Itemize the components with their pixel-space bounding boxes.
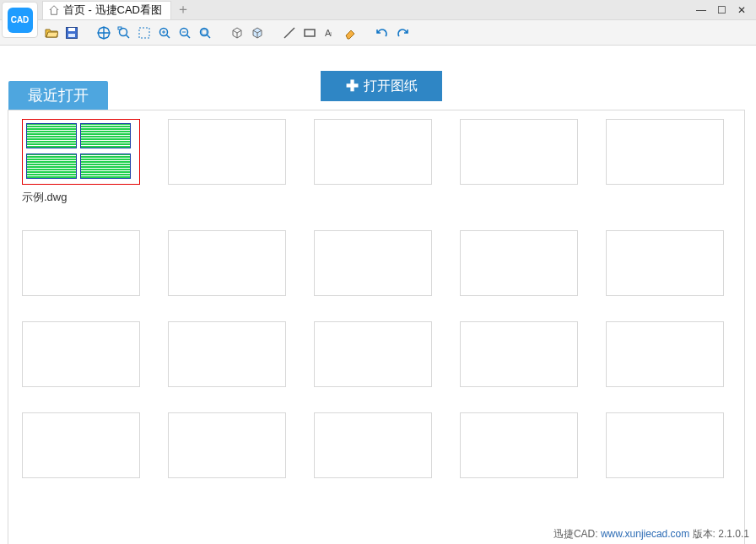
file-slot[interactable]: 示例.dwg xyxy=(22,119,140,205)
zoom-fit-button[interactable] xyxy=(197,25,213,40)
text-tool-button[interactable]: AI xyxy=(322,25,338,40)
file-slot-empty xyxy=(22,321,140,387)
footer: 迅捷CAD: www.xunjiecad.com 版本: 2.1.0.1 xyxy=(554,527,749,541)
thumbnail-empty xyxy=(22,412,140,478)
thumbnail-empty xyxy=(168,412,286,478)
app-logo[interactable]: CAD xyxy=(2,2,38,38)
file-slot-empty xyxy=(460,321,578,387)
home-icon xyxy=(48,4,60,16)
tab-area: 首页 - 迅捷CAD看图 ＋ xyxy=(42,0,188,19)
footer-version: 2.1.0.1 xyxy=(718,528,749,540)
file-slot-empty xyxy=(606,321,724,387)
zoom-window-button[interactable] xyxy=(116,25,132,40)
thumbnail-empty xyxy=(168,230,286,296)
file-slot-empty xyxy=(314,230,432,296)
thumbnail-empty xyxy=(314,321,432,387)
footer-brand: 迅捷CAD: xyxy=(554,528,601,540)
file-slot-empty xyxy=(606,119,724,205)
iso-view-button[interactable] xyxy=(250,25,265,40)
file-slot-empty xyxy=(22,412,140,478)
file-slot-empty xyxy=(606,230,724,296)
thumbnail-empty xyxy=(168,321,286,387)
save-button[interactable] xyxy=(64,25,79,40)
thumbnail-empty xyxy=(606,119,724,185)
separator xyxy=(363,25,370,40)
file-name: 示例.dwg xyxy=(22,190,140,205)
file-slot-empty xyxy=(22,230,140,296)
separator xyxy=(270,25,277,40)
plus-icon: ✚ xyxy=(346,77,359,95)
undo-button[interactable] xyxy=(375,25,390,40)
file-slot-empty xyxy=(460,412,578,478)
open-file-button[interactable] xyxy=(44,25,59,40)
recent-grid: 示例.dwg xyxy=(22,119,731,478)
footer-version-label: 版本: xyxy=(689,528,718,540)
plus-icon: ＋ xyxy=(176,1,190,19)
thumbnail-example xyxy=(22,119,140,185)
maximize-button[interactable]: ☐ xyxy=(716,4,727,16)
recent-panel: 示例.dwg xyxy=(8,110,745,544)
svg-rect-17 xyxy=(305,30,315,36)
file-slot-empty xyxy=(168,230,286,296)
thumbnail-empty xyxy=(460,230,578,296)
line-tool-button[interactable] xyxy=(282,25,297,40)
thumbnail-empty xyxy=(314,412,432,478)
separator xyxy=(218,25,224,40)
svg-text:I: I xyxy=(330,30,332,38)
thumbnail-empty xyxy=(606,230,724,296)
recent-tab[interactable]: 最近打开 xyxy=(8,81,108,110)
pan-button[interactable] xyxy=(96,25,111,40)
redo-button[interactable] xyxy=(395,25,410,40)
file-slot-empty xyxy=(168,321,286,387)
thumbnail-empty xyxy=(22,321,140,387)
thumbnail-empty xyxy=(22,230,140,296)
recent-tab-label: 最近打开 xyxy=(28,85,89,105)
file-slot-empty xyxy=(606,412,724,478)
thumbnail-empty xyxy=(606,412,724,478)
svg-rect-2 xyxy=(68,34,75,37)
open-drawing-button[interactable]: ✚ 打开图纸 xyxy=(321,71,442,101)
svg-line-8 xyxy=(167,35,170,38)
title-bar: CAD 首页 - 迅捷CAD看图 ＋ — ☐ ✕ xyxy=(0,0,756,20)
file-slot-empty xyxy=(168,119,286,205)
zoom-in-button[interactable] xyxy=(157,25,172,40)
file-slot-empty xyxy=(314,321,432,387)
minimize-button[interactable]: — xyxy=(695,4,707,16)
thumbnail-empty xyxy=(314,230,432,296)
main-area: ✚ 打开图纸 最近打开 示例.dwg xyxy=(0,46,756,71)
footer-link[interactable]: www.xunjiecad.com xyxy=(601,528,689,540)
thumbnail-empty xyxy=(460,119,578,185)
svg-rect-1 xyxy=(68,28,75,31)
cad-logo-icon: CAD xyxy=(8,8,33,33)
close-button[interactable]: ✕ xyxy=(736,4,748,16)
open-drawing-label: 打开图纸 xyxy=(364,78,418,95)
file-slot-empty xyxy=(460,119,578,205)
thumbnail-empty xyxy=(314,119,432,185)
tab-home[interactable]: 首页 - 迅捷CAD看图 xyxy=(42,1,171,19)
new-tab-button[interactable]: ＋ xyxy=(171,1,188,19)
file-slot-empty xyxy=(314,412,432,478)
file-slot-empty xyxy=(168,412,286,478)
toolbar: AI xyxy=(0,20,756,46)
selection-button[interactable] xyxy=(137,25,152,40)
svg-line-4 xyxy=(127,35,130,38)
svg-line-12 xyxy=(187,35,191,38)
window-controls: — ☐ ✕ xyxy=(695,4,756,16)
zoom-out-button[interactable] xyxy=(177,25,192,40)
tab-title: 首页 - 迅捷CAD看图 xyxy=(63,3,162,18)
rectangle-tool-button[interactable] xyxy=(302,25,317,40)
thumbnail-empty xyxy=(460,321,578,387)
svg-line-16 xyxy=(284,28,294,38)
separator xyxy=(84,25,91,40)
svg-rect-6 xyxy=(139,28,149,38)
thumbnail-empty xyxy=(168,119,286,185)
thumbnail-empty xyxy=(606,321,724,387)
file-slot-empty xyxy=(460,230,578,296)
eraser-button[interactable] xyxy=(343,25,358,40)
file-slot-empty xyxy=(314,119,432,205)
view-3d-button[interactable] xyxy=(230,25,245,40)
svg-line-15 xyxy=(208,35,211,38)
thumbnail-empty xyxy=(460,412,578,478)
